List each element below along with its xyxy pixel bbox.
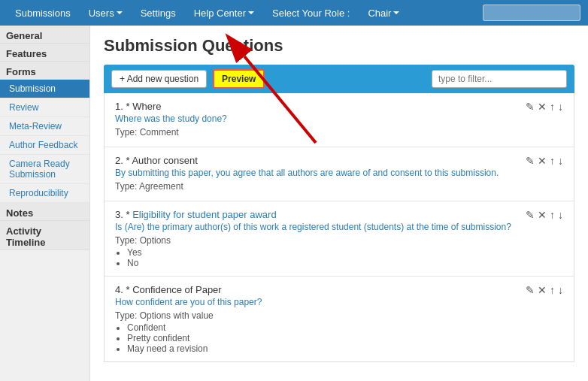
question-1: 1. * Where Where was the study done? Typ… xyxy=(105,93,574,147)
question-1-content: 1. * Where Where was the study done? Typ… xyxy=(115,101,518,139)
sidebar-section-activity: Activity Timeline xyxy=(0,221,89,250)
question-4-content: 4. * Confidence of Paper How confident a… xyxy=(115,284,518,354)
preview-button[interactable]: Preview xyxy=(213,69,265,89)
question-4-options: Confident Pretty confident May need a re… xyxy=(127,322,518,354)
sidebar-item-review[interactable]: Review xyxy=(0,98,89,117)
list-item: No xyxy=(127,258,518,268)
questions-toolbar: + Add new question Preview xyxy=(104,65,574,93)
question-4: 4. * Confidence of Paper How confident a… xyxy=(105,277,574,361)
question-4-actions: ✎ ✕ ↑ ↓ xyxy=(526,284,563,296)
sidebar-section-notes: Notes xyxy=(0,203,89,221)
down-icon[interactable]: ↓ xyxy=(558,284,563,296)
role-caret-icon xyxy=(393,11,399,14)
question-3-type: Type: Options xyxy=(115,235,518,246)
edit-icon[interactable]: ✎ xyxy=(526,155,535,167)
help-caret-icon xyxy=(248,11,254,14)
question-4-desc: How confident are you of this paper? xyxy=(115,297,518,307)
down-icon[interactable]: ↓ xyxy=(558,101,563,113)
list-item: Yes xyxy=(127,247,518,258)
question-2-desc: By submitting this paper, you agree that… xyxy=(115,168,518,178)
question-3-desc: Is (Are) the primary author(s) of this w… xyxy=(115,222,518,232)
sidebar-section-general: General xyxy=(0,26,89,44)
question-2-type: Type: Agreement xyxy=(115,181,518,192)
question-2-actions: ✎ ✕ ↑ ↓ xyxy=(526,155,563,167)
role-selector[interactable]: Chair xyxy=(360,3,407,23)
question-1-actions: ✎ ✕ ↑ ↓ xyxy=(526,101,563,113)
edit-icon[interactable]: ✎ xyxy=(526,209,535,221)
question-3-actions: ✎ ✕ ↑ ↓ xyxy=(526,209,563,221)
nav-submissions[interactable]: Submissions xyxy=(8,3,78,23)
question-2: 2. * Author consent By submitting this p… xyxy=(105,147,574,201)
sidebar-item-reproducibility[interactable]: Reproducibility xyxy=(0,184,89,203)
up-icon[interactable]: ↑ xyxy=(550,101,555,113)
list-item: Confident xyxy=(127,322,518,333)
delete-icon[interactable]: ✕ xyxy=(538,209,547,221)
questions-list: 1. * Where Where was the study done? Typ… xyxy=(104,93,574,362)
question-1-desc: Where was the study done? xyxy=(115,113,518,124)
question-1-title: 1. * Where xyxy=(115,101,518,112)
sidebar: General Features Forms Submission Review… xyxy=(0,26,90,381)
add-question-button[interactable]: + Add new question xyxy=(111,70,207,88)
sidebar-item-submission[interactable]: Submission xyxy=(0,80,89,98)
list-item: Pretty confident xyxy=(127,333,518,343)
sidebar-item-author-feedback[interactable]: Author Feedback xyxy=(0,136,89,155)
up-icon[interactable]: ↑ xyxy=(550,209,555,221)
delete-icon[interactable]: ✕ xyxy=(538,101,547,113)
role-label: Select Your Role : xyxy=(265,3,357,23)
main-content: Submission Questions + Add new question … xyxy=(90,26,588,381)
question-3-content: 3. * Eligibility for student paper award… xyxy=(115,209,518,268)
sidebar-item-meta-review[interactable]: Meta-Review xyxy=(0,117,89,136)
top-search-input[interactable] xyxy=(483,5,580,21)
top-nav: Submissions Users Settings Help Center S… xyxy=(0,0,588,26)
question-3: 3. * Eligibility for student paper award… xyxy=(105,201,574,277)
up-icon[interactable]: ↑ xyxy=(550,284,555,296)
nav-users[interactable]: Users xyxy=(81,3,130,23)
question-4-title: 4. * Confidence of Paper xyxy=(115,284,518,295)
sidebar-section-forms: Forms xyxy=(0,62,89,80)
delete-icon[interactable]: ✕ xyxy=(538,284,547,296)
down-icon[interactable]: ↓ xyxy=(558,209,563,221)
delete-icon[interactable]: ✕ xyxy=(538,155,547,167)
up-icon[interactable]: ↑ xyxy=(550,155,555,167)
down-icon[interactable]: ↓ xyxy=(558,155,563,167)
question-4-type: Type: Options with value xyxy=(115,310,518,321)
question-3-options: Yes No xyxy=(127,247,518,268)
nav-help[interactable]: Help Center xyxy=(186,3,262,23)
question-1-type: Type: Comment xyxy=(115,127,518,138)
edit-icon[interactable]: ✎ xyxy=(526,101,535,113)
question-2-content: 2. * Author consent By submitting this p… xyxy=(115,155,518,193)
page-title: Submission Questions xyxy=(104,36,574,56)
filter-input[interactable] xyxy=(432,70,567,88)
question-2-title: 2. * Author consent xyxy=(115,155,518,166)
users-caret-icon xyxy=(117,11,123,14)
question-3-title: 3. * Eligibility for student paper award xyxy=(115,209,518,220)
sidebar-section-features: Features xyxy=(0,44,89,62)
sidebar-item-camera-ready[interactable]: Camera Ready Submission xyxy=(0,155,89,184)
nav-settings[interactable]: Settings xyxy=(133,3,183,23)
list-item: May need a revision xyxy=(127,343,518,354)
edit-icon[interactable]: ✎ xyxy=(526,284,535,296)
